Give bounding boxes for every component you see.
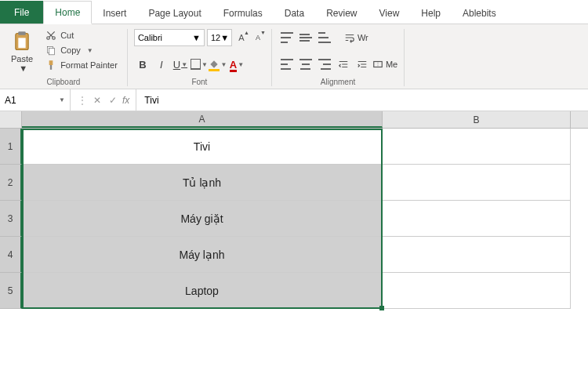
align-top-button[interactable] <box>278 29 296 46</box>
format-painter-label: Format Painter <box>60 60 118 70</box>
formula-buttons: ⋮ ✕ ✓ fx <box>71 89 136 111</box>
align-center-icon <box>299 59 312 70</box>
enter-icon[interactable]: ✓ <box>107 95 119 106</box>
increase-font-button[interactable]: A▲ <box>234 31 249 45</box>
bucket-icon <box>209 59 220 70</box>
font-name-value: Calibri <box>138 33 162 42</box>
brush-icon <box>45 60 56 71</box>
align-top-icon <box>281 32 293 43</box>
decrease-indent-button[interactable] <box>335 56 352 73</box>
tab-formulas[interactable]: Formulas <box>212 2 274 24</box>
cell-a1[interactable]: Tivi <box>22 129 383 165</box>
name-box-input[interactable] <box>5 95 44 106</box>
tab-view[interactable]: View <box>368 2 411 24</box>
grid-row: 4 Máy lạnh <box>0 237 588 273</box>
tab-ablebits[interactable]: Ablebits <box>452 2 507 24</box>
svg-rect-9 <box>49 60 53 65</box>
copy-button[interactable]: Copy ▼ <box>42 44 121 56</box>
border-button[interactable]: ▼ <box>191 56 208 73</box>
tab-home[interactable]: Home <box>43 1 92 24</box>
formula-input[interactable] <box>136 95 588 106</box>
italic-button[interactable]: I <box>153 56 170 73</box>
wrap-icon <box>344 32 355 43</box>
group-alignment: Wr Me Alignment <box>272 29 405 86</box>
copy-icon <box>45 45 56 56</box>
cell-b4[interactable] <box>383 237 571 273</box>
underline-button[interactable]: U▼ <box>172 56 189 73</box>
svg-rect-2 <box>18 38 25 48</box>
increase-indent-button[interactable] <box>354 56 371 73</box>
copy-label: Copy <box>60 45 81 55</box>
cut-button[interactable]: Cut <box>42 29 121 42</box>
font-name-combo[interactable]: Calibri ▼ <box>134 29 205 46</box>
tab-insert[interactable]: Insert <box>92 2 137 24</box>
column-header-a[interactable]: A <box>22 111 383 128</box>
clipboard-icon <box>11 31 33 53</box>
format-painter-button[interactable]: Format Painter <box>42 59 121 71</box>
group-label-clipboard: Clipboard <box>6 78 121 86</box>
paste-label: Paste <box>11 54 33 64</box>
merge-button[interactable]: Me <box>372 59 397 70</box>
bold-button[interactable]: B <box>134 56 151 73</box>
caret-down-icon: ▼ <box>87 47 93 54</box>
caret-down-icon: ▼ <box>181 61 187 68</box>
fill-color-button[interactable]: ▼ <box>209 56 227 73</box>
caret-down-icon: ▼ <box>220 61 227 68</box>
cell-a4[interactable]: Máy lạnh <box>22 237 383 273</box>
align-right-button[interactable] <box>316 56 333 73</box>
grid-row: 1 Tivi <box>0 129 588 165</box>
fx-icon[interactable]: fx <box>122 95 129 106</box>
align-bottom-button[interactable] <box>316 29 333 46</box>
row-header-4[interactable]: 4 <box>0 237 22 273</box>
font-color-icon: A <box>230 59 237 71</box>
svg-rect-10 <box>50 65 52 70</box>
row-header-3[interactable]: 3 <box>0 201 22 237</box>
cell-a3[interactable]: Máy giặt <box>22 201 383 237</box>
align-left-icon <box>281 59 293 70</box>
cell-b5[interactable] <box>383 273 571 309</box>
row-header-5[interactable]: 5 <box>0 273 22 309</box>
cell-a5[interactable]: Laptop <box>22 273 383 309</box>
wrap-text-button[interactable]: Wr <box>344 32 368 43</box>
align-middle-button[interactable] <box>297 29 314 46</box>
dots-icon: ⋮ <box>77 94 88 107</box>
align-left-button[interactable] <box>278 56 296 73</box>
indent-left-icon <box>337 59 350 70</box>
grid-row: 3 Máy giặt <box>0 201 588 237</box>
font-color-button[interactable]: A▼ <box>228 56 245 73</box>
cell-b3[interactable] <box>383 201 571 237</box>
scissors-icon <box>45 30 56 41</box>
group-label-alignment: Alignment <box>278 78 397 86</box>
grid: A B 1 Tivi 2 Tủ lạnh 3 Máy giặt 4 Máy lạ… <box>0 111 588 309</box>
align-right-icon <box>318 59 331 70</box>
grid-row: 5 Laptop <box>0 273 588 309</box>
paste-button[interactable]: Paste ▼ <box>6 29 38 74</box>
cell-b2[interactable] <box>383 165 571 201</box>
tab-page-layout[interactable]: Page Layout <box>137 2 212 24</box>
tab-data[interactable]: Data <box>274 2 315 24</box>
font-size-combo[interactable]: 12 ▼ <box>207 29 232 46</box>
align-middle-icon <box>299 32 312 43</box>
cell-b1[interactable] <box>383 129 571 165</box>
row-header-2[interactable]: 2 <box>0 165 22 201</box>
select-all-corner[interactable] <box>0 111 22 128</box>
align-bottom-icon <box>318 32 331 43</box>
group-font: Calibri ▼ 12 ▼ A▲ A▼ B I U▼ ▼ ▼ A▼ Font <box>128 29 272 86</box>
column-header-b[interactable]: B <box>383 111 571 128</box>
tab-file[interactable]: File <box>0 1 43 24</box>
align-center-button[interactable] <box>297 56 314 73</box>
tab-help[interactable]: Help <box>410 2 452 24</box>
cell-a2[interactable]: Tủ lạnh <box>22 165 383 201</box>
group-label-font: Font <box>134 78 265 86</box>
cancel-icon[interactable]: ✕ <box>91 95 103 106</box>
name-box[interactable]: ▼ <box>0 89 71 111</box>
tab-review[interactable]: Review <box>315 2 368 24</box>
indent-right-icon <box>356 59 368 70</box>
wrap-label: Wr <box>358 33 368 42</box>
font-size-value: 12 <box>211 33 220 42</box>
ribbon: Paste ▼ Cut Copy ▼ Format Painter C <box>0 24 588 89</box>
caret-down-icon: ▼ <box>19 64 27 73</box>
decrease-font-button[interactable]: A▼ <box>251 31 265 45</box>
row-header-1[interactable]: 1 <box>0 129 22 165</box>
merge-icon <box>372 59 383 70</box>
